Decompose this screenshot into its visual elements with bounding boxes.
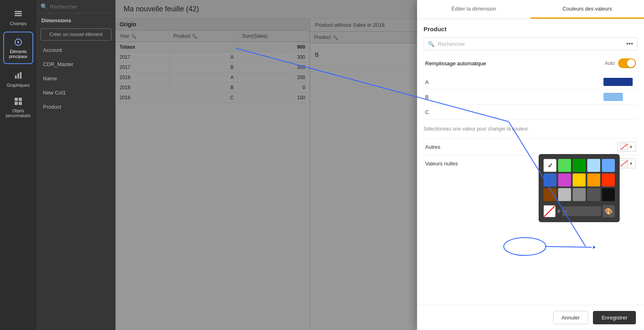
- select-color-hint: Sélectionnez une valeur pour changer la …: [424, 126, 638, 132]
- value-row-b: B: [424, 90, 638, 105]
- modal-search-input[interactable]: [438, 41, 623, 47]
- main-content: Ma nouvelle feuille (42) Origin: [116, 0, 644, 330]
- null-color-dropdown[interactable]: ▼: [617, 159, 636, 168]
- edit-dimension-modal: Éditer la dimension Couleurs des valeurs…: [417, 0, 644, 330]
- value-list: A B C: [424, 75, 638, 120]
- svg-rect-8: [15, 98, 18, 101]
- hex-input[interactable]: [562, 206, 601, 216]
- dim-item-newcol1[interactable]: New Col1: [36, 86, 116, 100]
- more-options-button[interactable]: •••: [626, 40, 633, 47]
- toggle-knob: [627, 59, 635, 67]
- hash-symbol: #: [557, 208, 561, 214]
- color-cell-green[interactable]: [573, 159, 586, 172]
- left-sidebar: Champs Éléments principaux Graphique: [0, 0, 36, 330]
- dimension-name: Product: [424, 26, 638, 32]
- color-bar-a: [603, 78, 636, 86]
- color-cell-darkgray[interactable]: [587, 188, 600, 201]
- dimensions-panel: 🔍 Dimensions Créer un nouvel élément Acc…: [36, 0, 116, 330]
- autres-row: Autres ▼: [424, 138, 638, 155]
- autres-dropdown-arrow: ▼: [629, 145, 633, 149]
- svg-rect-1: [15, 13, 22, 14]
- modal-body: Product 🔍 ••• Remplissage automatique Au…: [417, 19, 644, 305]
- tab-colors[interactable]: Couleurs des valeurs: [531, 0, 644, 19]
- svg-rect-7: [20, 72, 21, 79]
- transparent-color-btn[interactable]: [543, 205, 556, 217]
- value-b-label: B: [425, 94, 599, 100]
- color-cell-orange[interactable]: [587, 174, 600, 186]
- value-a-label: A: [425, 79, 599, 85]
- auto-label: Auto: [605, 60, 615, 66]
- objets-icon: [13, 96, 24, 107]
- auto-fill-toggle[interactable]: [618, 58, 636, 68]
- null-color-swatch: [620, 160, 628, 167]
- color-cell-yellow[interactable]: [573, 174, 586, 186]
- search-icon: 🔍: [41, 3, 47, 10]
- modal-tabs: Éditer la dimension Couleurs des valeurs: [417, 0, 644, 19]
- dimensions-search-input[interactable]: [50, 4, 111, 10]
- color-cell-black[interactable]: [602, 188, 615, 201]
- color-cell-lightblue2[interactable]: [587, 159, 600, 172]
- dim-item-name[interactable]: Name: [36, 71, 116, 86]
- graphiques-icon: [13, 70, 24, 81]
- auto-fill-row: Remplissage automatique Auto: [424, 55, 638, 71]
- color-grid: [543, 159, 615, 201]
- color-cell-skyblue[interactable]: [602, 159, 615, 172]
- objets-label: Objets personnalisés: [2, 109, 34, 118]
- modal-search-row: 🔍 •••: [424, 37, 638, 50]
- elements-label: Éléments principaux: [6, 49, 30, 59]
- color-cell-blue[interactable]: [543, 174, 556, 186]
- color-wheel-button[interactable]: 🎨: [603, 205, 615, 217]
- dimensions-list: Account CDR_Master Name New Col1 Product: [36, 43, 116, 330]
- search-bar: 🔍: [36, 0, 116, 13]
- svg-rect-6: [17, 73, 19, 79]
- tab-edit-dimension[interactable]: Éditer la dimension: [417, 0, 531, 19]
- color-picker-popup: # 🎨: [539, 154, 620, 222]
- champs-label: Champs: [10, 21, 27, 26]
- color-bar-b: [603, 93, 636, 101]
- color-cell-lightgray[interactable]: [558, 188, 571, 201]
- svg-rect-0: [15, 11, 22, 12]
- autres-color-swatch: [620, 144, 628, 150]
- svg-rect-5: [15, 75, 17, 79]
- save-button[interactable]: Enregistrer: [593, 311, 636, 324]
- sidebar-item-champs[interactable]: Champs: [0, 4, 36, 30]
- svg-rect-11: [19, 102, 22, 105]
- autres-color-dropdown[interactable]: ▼: [617, 142, 636, 152]
- modal-footer: Annuler Enregistrer: [417, 305, 644, 330]
- cancel-button[interactable]: Annuler: [553, 311, 588, 324]
- value-row-a: A: [424, 75, 638, 90]
- create-element-button[interactable]: Créer un nouvel élément: [41, 28, 111, 41]
- auto-fill-label: Remplissage automatique: [425, 60, 486, 66]
- sidebar-item-elements[interactable]: Éléments principaux: [3, 32, 33, 64]
- color-cell-purple[interactable]: [558, 174, 571, 186]
- svg-point-4: [17, 41, 19, 43]
- graphiques-label: Graphiques: [7, 83, 30, 88]
- dim-item-cdr[interactable]: CDR_Master: [36, 57, 116, 71]
- sidebar-item-graphiques[interactable]: Graphiques: [0, 66, 36, 92]
- value-row-c: C: [424, 105, 638, 120]
- null-dropdown-arrow: ▼: [629, 161, 633, 166]
- elements-icon: [13, 36, 24, 48]
- svg-rect-10: [15, 102, 18, 105]
- sidebar-item-objets[interactable]: Objets personnalisés: [0, 92, 36, 122]
- color-cell-lightgreen[interactable]: [558, 159, 571, 172]
- color-cell-gray[interactable]: [573, 188, 586, 201]
- color-cell-red[interactable]: [602, 174, 615, 186]
- svg-rect-9: [19, 98, 22, 101]
- modal-search-icon: 🔍: [428, 41, 434, 47]
- dim-item-product[interactable]: Product: [36, 100, 116, 114]
- color-picker-bottom: # 🎨: [543, 205, 615, 217]
- autres-label: Autres: [425, 144, 613, 150]
- color-cell-brown[interactable]: [543, 188, 556, 201]
- svg-rect-2: [15, 15, 22, 16]
- value-c-label: C: [425, 109, 599, 115]
- stack-icon: [13, 8, 24, 19]
- dimensions-header: Dimensions: [36, 13, 116, 26]
- dim-item-account[interactable]: Account: [36, 43, 116, 57]
- color-bar-c: [603, 108, 636, 116]
- color-cell-white[interactable]: [543, 159, 556, 172]
